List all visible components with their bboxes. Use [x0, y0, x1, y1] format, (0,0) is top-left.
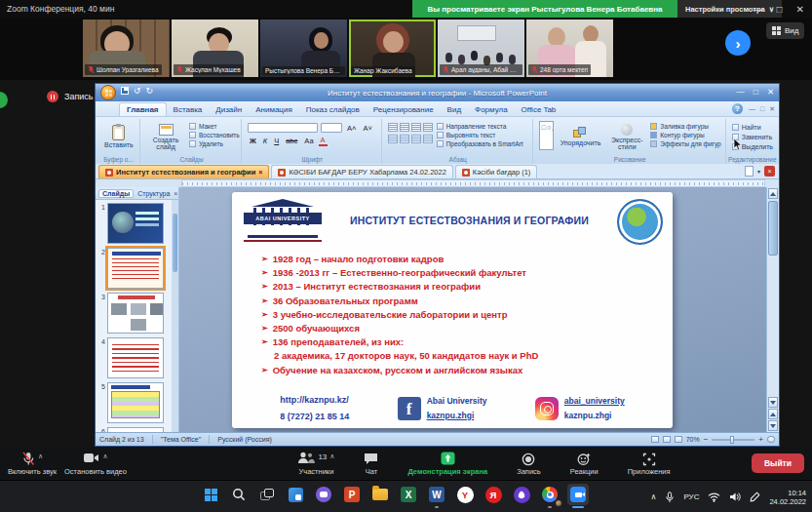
arrange-button[interactable]: Упорядочить: [558, 121, 604, 153]
panel-tab-outline[interactable]: Структура: [137, 190, 170, 197]
delete-button[interactable]: Удалить: [189, 140, 240, 147]
slide-thumbnail-2-selected[interactable]: 2: [97, 248, 171, 289]
tab-home[interactable]: Главная: [119, 102, 167, 116]
reset-button[interactable]: Восстановить: [189, 132, 240, 138]
share-screen-button[interactable]: Демонстрация экрана: [404, 450, 491, 478]
word-taskbar-button[interactable]: W: [426, 484, 447, 505]
doc-tab-2[interactable]: КӘСІБИ БАҒДАР БЕРУ Хабарлама 24.02.2022: [271, 165, 452, 178]
participant-video-2[interactable]: Жасулан Мухашев: [172, 20, 258, 77]
search-button[interactable]: [228, 484, 250, 505]
tab-slideshow[interactable]: Показ слайдов: [299, 103, 367, 116]
replace-button[interactable]: Заменить: [732, 134, 773, 140]
scrollbar-thumb[interactable]: [768, 201, 778, 256]
normal-view-button[interactable]: [651, 436, 659, 443]
zoom-slider[interactable]: [712, 439, 754, 441]
stop-video-button[interactable]: ∧ Остановить видео: [60, 450, 131, 478]
slide-thumbnail-3[interactable]: 3: [97, 293, 171, 334]
bullets-button[interactable]: [388, 123, 398, 132]
ppt-close-button[interactable]: ✕: [767, 87, 774, 97]
view-mode-button[interactable]: Вид: [766, 22, 804, 39]
change-case-button[interactable]: Аа: [302, 137, 315, 145]
decrease-indent-button[interactable]: [411, 123, 421, 132]
participant-video-1[interactable]: Шолпан Уразгалиева: [83, 20, 170, 77]
yandex-browser-button[interactable]: Y: [454, 484, 476, 505]
panel-scrollbar[interactable]: [172, 200, 178, 432]
grow-font-button[interactable]: A˄: [345, 124, 358, 133]
maximize-button[interactable]: □: [777, 4, 783, 15]
tab-animation[interactable]: Анимация: [249, 103, 299, 116]
underline-button[interactable]: Ч: [272, 137, 281, 145]
bold-button[interactable]: Ж: [248, 137, 258, 145]
text-direction-button[interactable]: Направление текста: [437, 123, 523, 130]
new-slide-button[interactable]: Создать слайд: [146, 121, 185, 153]
reactions-button[interactable]: Реакции: [566, 450, 602, 478]
participant-video-5[interactable]: Арал ауданы, Абай ау...: [438, 20, 524, 77]
ppt-minimize-button[interactable]: —: [736, 87, 745, 97]
select-button[interactable]: Выделить: [732, 143, 773, 150]
new-document-tab-icon[interactable]: [745, 166, 754, 177]
language-indicator[interactable]: РУС: [683, 492, 699, 501]
fit-to-window-button[interactable]: [767, 436, 775, 443]
tab-insert[interactable]: Вставка: [167, 103, 210, 116]
language-status[interactable]: Русский (Россия): [217, 436, 272, 443]
participant-video-6[interactable]: 248 орта мектеп: [526, 20, 613, 77]
participant-video-3[interactable]: Рыстыгулова Венера Бот...: [260, 20, 347, 77]
video-options-caret[interactable]: ∧: [102, 452, 107, 460]
undo-icon[interactable]: ↺: [134, 86, 141, 96]
record-button[interactable]: Запись: [513, 450, 545, 478]
scroll-down-button[interactable]: [768, 397, 778, 408]
tab-formula[interactable]: Формула: [468, 103, 515, 116]
paste-button[interactable]: Вставить: [101, 121, 136, 153]
widgets-button[interactable]: [285, 484, 306, 505]
tray-mic-icon[interactable]: [665, 492, 675, 503]
previous-slide-button[interactable]: [768, 409, 778, 419]
scroll-up-button[interactable]: [768, 188, 778, 199]
close-tab-icon[interactable]: ×: [764, 166, 775, 177]
pen-icon[interactable]: [750, 492, 760, 502]
align-right-button[interactable]: [411, 135, 421, 143]
zoom-out-button[interactable]: −: [704, 436, 709, 444]
tab-close-icon[interactable]: ×: [258, 169, 262, 176]
leave-meeting-button[interactable]: Выйти: [752, 453, 804, 473]
tab-office-tab[interactable]: Office Tab: [515, 103, 563, 116]
zoom-taskbar-button-active[interactable]: [567, 484, 589, 505]
doc-minimize-icon[interactable]: —: [749, 105, 755, 113]
chrome-button[interactable]: [539, 484, 561, 505]
vertical-scrollbar[interactable]: [766, 187, 779, 432]
next-participants-page-button[interactable]: ›: [725, 30, 751, 56]
slide-thumbnail-1[interactable]: 1: [97, 203, 171, 244]
align-left-button[interactable]: [388, 135, 398, 143]
slide-thumbnail-4[interactable]: 4: [97, 337, 171, 378]
office-button[interactable]: [100, 85, 116, 100]
current-slide[interactable]: ABAI UNIVERSITY ИНСТИТУТ ЕСТЕСТВОЗНАНИЯ …: [232, 192, 673, 428]
tab-design[interactable]: Дизайн: [209, 103, 249, 116]
font-color-button[interactable]: А: [319, 136, 328, 146]
ppt-maximize-button[interactable]: □: [754, 87, 758, 97]
save-icon[interactable]: [121, 87, 129, 95]
slide-sorter-view-button[interactable]: [663, 436, 671, 443]
alice-assistant-button[interactable]: [511, 484, 532, 505]
font-name-combobox[interactable]: [248, 123, 318, 133]
layout-button[interactable]: Макет: [189, 123, 240, 130]
align-text-button[interactable]: Выровнять текст: [437, 132, 523, 138]
chat-button[interactable]: Чат: [360, 450, 382, 478]
font-size-combobox[interactable]: [321, 123, 342, 133]
doc-tab-active[interactable]: Институт естествознания и географии ×: [98, 165, 269, 178]
speaker-icon[interactable]: [729, 492, 741, 502]
help-icon[interactable]: ?: [732, 103, 743, 114]
shape-effects-button[interactable]: Эффекты для фигур: [650, 140, 720, 147]
strikethrough-button[interactable]: abc: [284, 137, 299, 145]
file-explorer-button[interactable]: [369, 484, 391, 505]
panel-tab-slides[interactable]: Слайды: [98, 189, 134, 198]
wifi-icon[interactable]: [708, 492, 720, 502]
participant-video-4-active-speaker[interactable]: Жанар Жаксибаева: [349, 20, 436, 77]
shape-fill-button[interactable]: Заливка фигуры: [650, 123, 720, 130]
participants-options-caret[interactable]: ∧: [329, 452, 334, 460]
slideshow-view-button[interactable]: [675, 436, 682, 443]
task-view-button[interactable]: [256, 484, 278, 505]
minimize-button[interactable]: —: [754, 4, 763, 15]
yandex-app-button[interactable]: Я: [483, 484, 504, 505]
unmute-button[interactable]: ∧ Включить звук: [4, 450, 60, 478]
clock[interactable]: 10:14 24.02.2022: [769, 489, 806, 506]
increase-indent-button[interactable]: [423, 123, 433, 132]
